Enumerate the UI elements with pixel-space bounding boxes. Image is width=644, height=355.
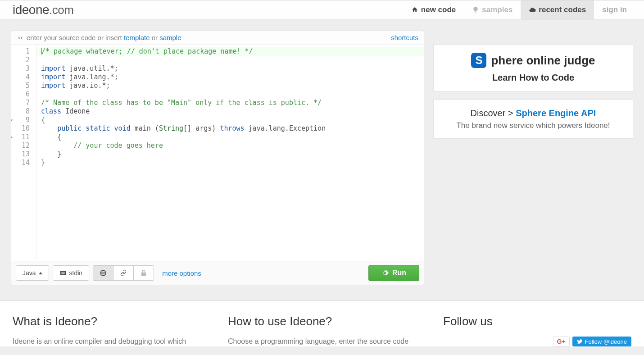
footer-col: Follow usG+Follow @ideone <box>443 314 631 346</box>
more-options-link[interactable]: more options <box>162 269 201 277</box>
nav-sign-in[interactable]: sign in <box>594 0 635 19</box>
code-icon <box>17 34 24 41</box>
sphere-engine-link[interactable]: Sphere Engine API <box>516 108 596 118</box>
cloud-icon <box>529 6 536 14</box>
code-line[interactable]: // your code goes here <box>41 141 419 150</box>
line-number: 7 <box>11 99 30 107</box>
home-icon <box>411 6 418 14</box>
editor-panel: enter your source code or insert templat… <box>11 31 424 285</box>
nav-label: new code <box>421 5 456 14</box>
line-gutter: 1234567891011121314 <box>11 45 36 261</box>
nav-samples[interactable]: samples <box>464 0 521 19</box>
line-number: 11 <box>11 133 30 141</box>
editor-toolbar: Java stdin <box>11 261 424 285</box>
discover-card[interactable]: Discover > Sphere Engine API The brand n… <box>433 100 633 139</box>
language-selector[interactable]: Java <box>16 265 49 281</box>
keyboard-icon <box>59 269 67 277</box>
footer-col: How to use Ideone?Choose a programming l… <box>228 314 416 346</box>
code-line[interactable]: import java.util.*; <box>41 64 419 73</box>
gears-icon <box>381 269 389 277</box>
code-line[interactable]: } <box>41 159 419 167</box>
nav-new-code[interactable]: new code <box>403 0 464 19</box>
top-nav: new codesamplesrecent codessign in <box>403 0 635 19</box>
visibility-group <box>93 265 154 281</box>
stdin-label: stdin <box>69 269 83 277</box>
logo-main: ideone <box>13 3 49 17</box>
spoj-badge-icon: S <box>471 53 486 68</box>
code-area[interactable]: /* package whatever; // don't place pack… <box>36 45 424 261</box>
footer-text: Ideone is an online compiler and debuggi… <box>13 337 201 346</box>
bulb-icon <box>472 6 479 14</box>
discover-sub: The brand new service which powers Ideon… <box>443 121 624 130</box>
code-line[interactable]: { <box>41 116 419 124</box>
line-number: 2 <box>11 56 30 64</box>
footer-col: What is Ideone?Ideone is an online compi… <box>13 314 201 346</box>
line-number: 9 <box>11 116 30 124</box>
footer-text: Choose a programming language, enter the… <box>228 337 416 346</box>
line-number: 10 <box>11 124 30 133</box>
googleplus-button[interactable]: G+ <box>553 337 570 346</box>
sample-link[interactable]: sample <box>159 34 181 41</box>
nav-recent-codes[interactable]: recent codes <box>521 0 594 19</box>
globe-icon <box>100 269 107 277</box>
line-number: 8 <box>11 107 30 116</box>
visibility-private-button[interactable] <box>133 265 154 281</box>
discover-prefix: Discover > <box>471 108 516 118</box>
line-number: 13 <box>11 150 30 159</box>
sidebar: S phere online judge Learn How to Code D… <box>433 31 633 139</box>
spoj-subtitle: Learn How to Code <box>443 73 624 83</box>
footer-heading: What is Ideone? <box>13 314 201 328</box>
brand-logo[interactable]: ideone.com <box>13 3 73 17</box>
nav-label: sign in <box>602 5 627 14</box>
code-line[interactable]: class Ideone <box>41 107 419 116</box>
code-line[interactable]: public static void main (String[] args) … <box>41 124 419 133</box>
spoj-title: phere online judge <box>491 54 595 68</box>
line-number: 5 <box>11 82 30 90</box>
line-number: 14 <box>11 159 30 167</box>
run-label: Run <box>392 269 406 277</box>
twitter-follow-button[interactable]: Follow @ideone <box>572 337 631 346</box>
code-line[interactable] <box>41 56 419 64</box>
visibility-secret-button[interactable] <box>113 265 133 281</box>
stdin-button[interactable]: stdin <box>53 265 90 281</box>
visibility-public-button[interactable] <box>93 265 113 281</box>
footer-heading: Follow us <box>443 314 631 328</box>
nav-label: recent codes <box>539 5 586 14</box>
language-label: Java <box>23 269 36 277</box>
spoj-card[interactable]: S phere online judge Learn How to Code <box>433 44 633 91</box>
code-line[interactable]: import java.io.*; <box>41 82 419 90</box>
code-line[interactable]: import java.lang.*; <box>41 73 419 82</box>
print-margin <box>388 45 388 261</box>
caret-up-icon <box>39 272 42 274</box>
shortcuts-link[interactable]: shortcuts <box>391 34 418 41</box>
logo-suffix: .com <box>49 3 73 17</box>
code-line[interactable]: { <box>41 133 419 141</box>
top-navbar: ideone.com new codesamplesrecent codessi… <box>0 0 644 20</box>
line-number: 12 <box>11 141 30 150</box>
lock-icon <box>140 269 147 277</box>
footer: What is Ideone?Ideone is an online compi… <box>0 300 644 346</box>
twitter-icon <box>577 339 583 345</box>
footer-heading: How to use Ideone? <box>228 314 416 328</box>
line-number: 6 <box>11 90 30 99</box>
run-button[interactable]: Run <box>368 265 419 281</box>
code-line[interactable] <box>41 90 419 99</box>
line-number: 4 <box>11 73 30 82</box>
code-line[interactable]: /* Name of the class has to be "Main" on… <box>41 99 419 107</box>
hint-text: enter your source code or insert templat… <box>27 34 181 41</box>
link-icon <box>120 269 127 277</box>
template-link[interactable]: template <box>124 34 150 41</box>
code-line[interactable]: /* package whatever; // don't place pack… <box>36 47 424 56</box>
code-line[interactable]: } <box>41 150 419 159</box>
nav-label: samples <box>482 5 512 14</box>
line-number: 3 <box>11 64 30 73</box>
code-editor[interactable]: 1234567891011121314 /* package whatever;… <box>11 45 424 261</box>
line-number: 1 <box>11 47 30 56</box>
